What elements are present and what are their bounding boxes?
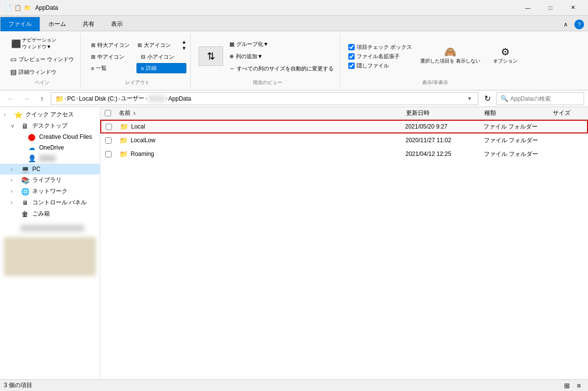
header-type[interactable]: 種類 — [480, 107, 549, 119]
trash-icon: 🗑 — [21, 210, 29, 218]
main-area: › ⭐ クイック アクセス ∨ 🖥 デスクトップ ⬤ Creative Clou… — [0, 107, 588, 379]
address-bar: ← → ↑ 📁 › PC › Local Disk (C:) › ユーザー › … — [0, 90, 588, 107]
table-row[interactable]: 📁 LocalLow 2020/11/27 11:02 ファイル フォルダー — [100, 133, 588, 147]
details-view-toggle[interactable]: ⊞ — [562, 381, 572, 391]
up-button[interactable]: ↑ — [35, 92, 49, 105]
window-title: AppData — [35, 4, 58, 11]
tab-view[interactable]: 表示 — [103, 17, 131, 31]
tab-home[interactable]: ホーム — [40, 17, 74, 31]
hidden-files-toggle[interactable]: 隠しファイル — [348, 62, 412, 69]
path-users[interactable]: ユーザー — [121, 94, 144, 103]
network-icon: 🌐 — [21, 188, 29, 196]
group-by-btn[interactable]: ▦ グループ化▼ — [227, 39, 336, 49]
hide-selected-btn[interactable]: 🙈 選択した項目を 表示しない — [416, 43, 485, 67]
row-checkbox[interactable] — [105, 137, 112, 144]
row-check[interactable] — [101, 137, 115, 144]
show-hide-group-content: 項目チェック ボックス ファイル名拡張子 隠しファイル 🙈 選択した項目を 表示… — [348, 35, 522, 77]
header-date[interactable]: 更新日時 — [402, 107, 480, 119]
navigation-pane-button[interactable]: ⬛ ナビゲーションウィンドウ▼ — [8, 35, 76, 52]
table-row[interactable]: 📁 Roaming 2021/04/12 12:25 ファイル フォルダー — [100, 147, 588, 161]
sidebar-item-user[interactable]: 👤 ████ — [0, 153, 100, 164]
path-pc[interactable]: PC — [67, 95, 75, 102]
sidebar-item-onedrive[interactable]: ☁ OneDrive — [0, 142, 100, 153]
extra-large-icon-btn[interactable]: ⊞ 特大アイコン — [89, 39, 133, 51]
row-type: ファイル フォルダー — [480, 150, 548, 158]
details-view-btn[interactable]: ≡ 詳細 — [136, 63, 186, 73]
header-name[interactable]: 名前 ∧ — [115, 107, 402, 119]
tab-file[interactable]: ファイル — [0, 17, 40, 31]
sidebar-item-control-panel[interactable]: › 🖥 コントロール パネル — [0, 197, 100, 208]
row-check[interactable] — [101, 124, 116, 130]
row-name: 📁 LocalLow — [115, 136, 402, 144]
onedrive-icon: ☁ — [27, 144, 36, 152]
path-disk[interactable]: Local Disk (C:) — [79, 95, 117, 102]
item-checkboxes-toggle[interactable]: 項目チェック ボックス — [348, 43, 412, 51]
tab-share[interactable]: 共有 — [74, 17, 103, 31]
search-input[interactable] — [510, 95, 580, 102]
list-view-toggle[interactable]: ≡ — [573, 381, 584, 391]
details-pane-button[interactable]: ▤ 詳細ウィンドウ — [8, 66, 76, 77]
add-column-btn[interactable]: ⊕ 列の追加▼ — [227, 51, 336, 62]
minimize-button[interactable]: — — [517, 0, 539, 16]
sidebar-item-label: PC — [32, 166, 41, 173]
sidebar-item-label: コントロール パネル — [32, 198, 87, 207]
sidebar-item-network[interactable]: › 🌐 ネットワーク — [0, 186, 100, 197]
auto-resize-btn[interactable]: ↔ すべての列のサイズを自動的に変更する — [227, 64, 336, 74]
title-bar-controls[interactable]: — □ ✕ — [517, 0, 584, 16]
control-panel-icon: 🖥 — [21, 199, 29, 206]
view-toggle-buttons: ⊞ ≡ — [562, 381, 584, 391]
sidebar-item-label: OneDrive — [39, 144, 64, 151]
current-view-group-content: ⇅ ▦ グループ化▼ ⊕ 列の追加▼ ↔ — [199, 35, 336, 77]
file-header: 名前 ∧ 更新日時 種類 サイズ — [100, 107, 588, 120]
sidebar-blurred-area — [4, 237, 96, 276]
header-check[interactable] — [100, 110, 115, 116]
library-icon: 📚 — [21, 176, 29, 184]
address-path[interactable]: 📁 › PC › Local Disk (C:) › ユーザー › ████ ›… — [51, 92, 478, 105]
close-button[interactable]: ✕ — [562, 0, 584, 16]
row-checkbox[interactable] — [106, 124, 112, 130]
list-view-btn[interactable]: ≡ 一覧 — [89, 63, 135, 73]
expander-icon: ∨ — [11, 123, 18, 129]
sidebar-item-quick-access[interactable]: › ⭐ クイック アクセス — [0, 109, 100, 120]
header-size[interactable]: サイズ — [549, 107, 588, 119]
sidebar-item-blurred[interactable] — [0, 223, 100, 233]
sidebar-item-pc[interactable]: › 💻 PC — [0, 164, 100, 174]
path-appdata[interactable]: AppData — [168, 95, 191, 102]
options-btn[interactable]: ⚙ オプション — [489, 43, 522, 67]
row-checkbox[interactable] — [105, 151, 112, 157]
folder-icon: 📁 — [119, 136, 128, 144]
row-check[interactable] — [101, 151, 115, 157]
status-item-count: 3 個の項目 — [4, 381, 32, 390]
back-button[interactable]: ← — [4, 92, 18, 105]
help-button[interactable]: ? — [574, 20, 584, 29]
row-type: ファイル フォルダー — [480, 136, 548, 145]
table-row[interactable]: 📁 Local 2021/05/20 9:27 ファイル フォルダー — [100, 120, 588, 133]
refresh-button[interactable]: ↻ — [480, 92, 494, 105]
sidebar: › ⭐ クイック アクセス ∨ 🖥 デスクトップ ⬤ Creative Clou… — [0, 107, 100, 379]
sidebar-item-label: ████ — [39, 155, 56, 162]
sidebar-item-trash[interactable]: 🗑 ごみ箱 — [0, 208, 100, 219]
quick-access-icon: 📄 — [4, 4, 12, 12]
search-box[interactable]: 🔍 — [496, 92, 584, 105]
sort-icon[interactable]: ⇅ — [199, 46, 223, 66]
large-icon-btn[interactable]: ⊞ 大アイコン — [135, 39, 180, 51]
path-dropdown-btn[interactable]: ▼ — [465, 95, 474, 102]
current-view-group-label: 現在のビュー — [253, 77, 282, 86]
select-all-checkbox[interactable] — [105, 110, 111, 116]
medium-icon-btn[interactable]: ⊞ 中アイコン — [89, 52, 136, 62]
small-icon-btn[interactable]: ⊟ 小アイコン — [138, 52, 186, 62]
ribbon-content: ⬛ ナビゲーションウィンドウ▼ ▭ プレビュー ウィンドウ ▤ 詳細ウィンドウ … — [0, 31, 588, 90]
folder-icon: 📁 — [119, 150, 128, 158]
ribbon-collapse-button[interactable]: ∧ — [559, 18, 572, 31]
maximize-button[interactable]: □ — [539, 0, 562, 16]
file-extensions-toggle[interactable]: ファイル名拡張子 — [348, 53, 412, 60]
path-user[interactable]: ████ — [148, 95, 165, 102]
row-type: ファイル フォルダー — [479, 123, 548, 131]
preview-pane-button[interactable]: ▭ プレビュー ウィンドウ — [8, 54, 76, 65]
forward-button[interactable]: → — [20, 92, 33, 105]
sidebar-item-label — [21, 225, 84, 232]
pane-group-content: ⬛ ナビゲーションウィンドウ▼ ▭ プレビュー ウィンドウ ▤ 詳細ウィンドウ — [8, 35, 76, 77]
sidebar-item-library[interactable]: › 📚 ライブラリ — [0, 174, 100, 186]
sidebar-item-desktop[interactable]: ∨ 🖥 デスクトップ — [0, 120, 100, 131]
sidebar-item-creative-cloud[interactable]: ⬤ Creative Cloud Files — [0, 131, 100, 142]
